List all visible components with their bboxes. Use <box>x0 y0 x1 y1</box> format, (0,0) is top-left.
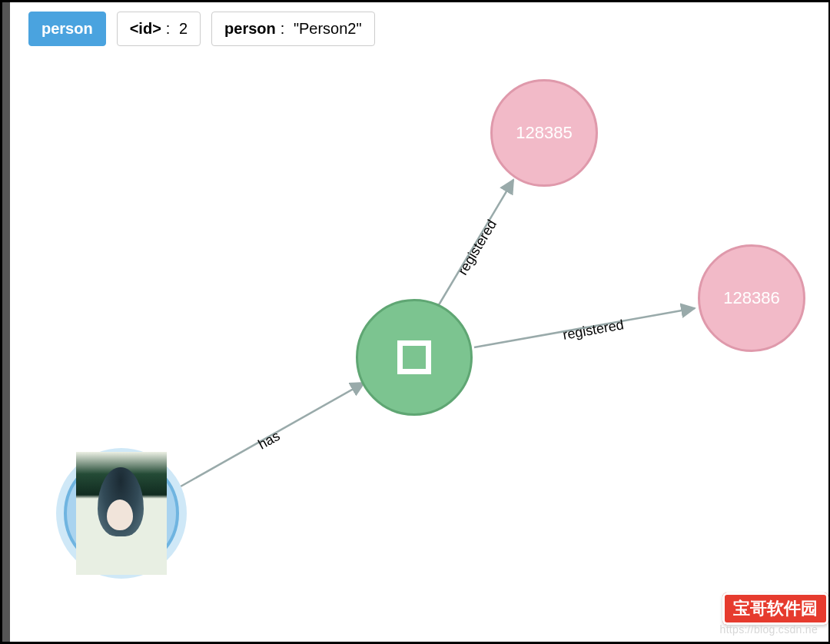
node-label: 128386 <box>723 288 779 308</box>
graph-node-avatar[interactable] <box>56 448 187 579</box>
site-badge: 宝哥软件园 <box>722 593 828 625</box>
watermark-text: https://blog.csdn.ne <box>720 623 818 636</box>
badge-text: 宝哥软件园 <box>733 599 818 618</box>
stop-square-icon <box>397 340 431 374</box>
graph-view: person <id>: 2 person: "Person2" has reg… <box>0 0 830 644</box>
watermark: https://blog.csdn.ne <box>720 623 818 636</box>
graph-node-128386[interactable]: 128386 <box>698 244 805 352</box>
avatar-image <box>76 452 167 575</box>
graph-node-128385[interactable]: 128385 <box>490 79 598 187</box>
node-label: 128385 <box>516 123 572 143</box>
graph-node-center[interactable] <box>356 299 473 416</box>
avatar-face <box>107 500 133 530</box>
edge-label-reg2: registered <box>562 317 625 343</box>
edge-label-reg1: registered <box>455 217 500 277</box>
